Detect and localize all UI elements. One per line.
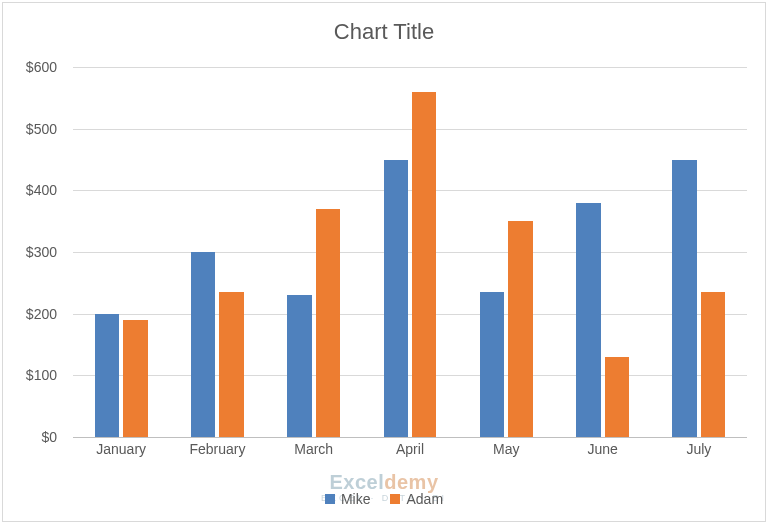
y-tick-label: $600 — [3, 59, 57, 75]
gridline — [73, 437, 747, 438]
y-axis-labels: $0$100$200$300$400$500$600 — [3, 67, 65, 437]
chart-title: Chart Title — [3, 3, 765, 51]
bar-adam — [508, 221, 532, 437]
bar-mike — [191, 252, 215, 437]
bar-mike — [384, 160, 408, 438]
chart-card: Chart Title $0$100$200$300$400$500$600 J… — [2, 2, 766, 522]
plot-area — [73, 67, 747, 437]
bar-mike — [576, 203, 600, 437]
bar-mike — [95, 314, 119, 437]
bar-mike — [672, 160, 696, 438]
y-tick-label: $300 — [3, 244, 57, 260]
x-tick-label: January — [96, 441, 146, 457]
x-tick-label: May — [493, 441, 519, 457]
x-tick-label: June — [587, 441, 617, 457]
bar-adam — [316, 209, 340, 437]
x-axis-labels: JanuaryFebruaryMarchAprilMayJuneJuly — [73, 441, 747, 465]
bar-mike — [480, 292, 504, 437]
y-tick-label: $200 — [3, 306, 57, 322]
y-tick-label: $400 — [3, 182, 57, 198]
y-tick-label: $0 — [3, 429, 57, 445]
legend-item-adam: Adam — [390, 491, 443, 507]
bar-adam — [123, 320, 147, 437]
bar-adam — [605, 357, 629, 437]
legend-item-mike: Mike — [325, 491, 371, 507]
y-tick-label: $100 — [3, 367, 57, 383]
legend-swatch — [390, 494, 400, 504]
bar-adam — [412, 92, 436, 437]
y-tick-label: $500 — [3, 121, 57, 137]
x-tick-label: July — [686, 441, 711, 457]
bar-adam — [701, 292, 725, 437]
x-tick-label: February — [189, 441, 245, 457]
x-tick-label: April — [396, 441, 424, 457]
legend-label: Mike — [341, 491, 371, 507]
legend: MikeAdam — [3, 491, 765, 507]
watermark-text-a: Excel — [329, 471, 384, 493]
bar-mike — [287, 295, 311, 437]
legend-label: Adam — [406, 491, 443, 507]
x-tick-label: March — [294, 441, 333, 457]
watermark-text-b: demy — [384, 471, 438, 493]
bar-adam — [219, 292, 243, 437]
bars-layer — [73, 67, 747, 437]
legend-swatch — [325, 494, 335, 504]
